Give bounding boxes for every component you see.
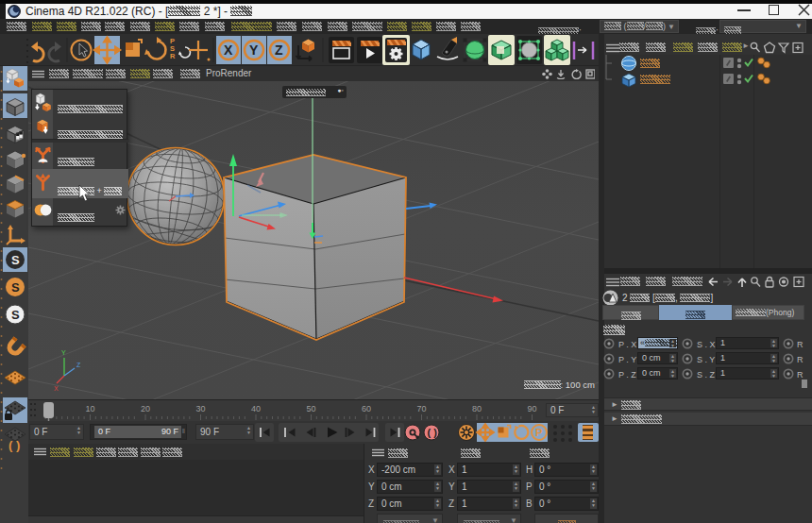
svg-text:Y: Y (61, 349, 66, 356)
svg-text:10: 10 (85, 404, 94, 413)
svg-text:X: X (54, 385, 59, 392)
svg-text:S: S (11, 280, 20, 295)
svg-text:20: 20 (141, 404, 150, 413)
svg-text:X: X (224, 42, 233, 58)
svg-text:60: 60 (362, 404, 371, 413)
svg-text:80: 80 (472, 404, 482, 413)
svg-text:Z: Z (275, 42, 283, 58)
svg-text:S: S (11, 308, 20, 322)
svg-text:70: 70 (416, 404, 426, 413)
svg-text:Z: Z (76, 362, 81, 368)
svg-text:Y: Y (249, 42, 259, 58)
svg-text:40: 40 (251, 404, 261, 413)
svg-text:90: 90 (527, 404, 536, 413)
svg-text:R: R (170, 52, 176, 60)
svg-text:( ): ( ) (428, 427, 438, 438)
svg-text:P: P (535, 427, 542, 438)
svg-text:50: 50 (306, 404, 315, 413)
svg-text:30: 30 (195, 404, 205, 413)
svg-text:S: S (11, 253, 20, 267)
svg-text:( ): ( ) (8, 438, 20, 452)
